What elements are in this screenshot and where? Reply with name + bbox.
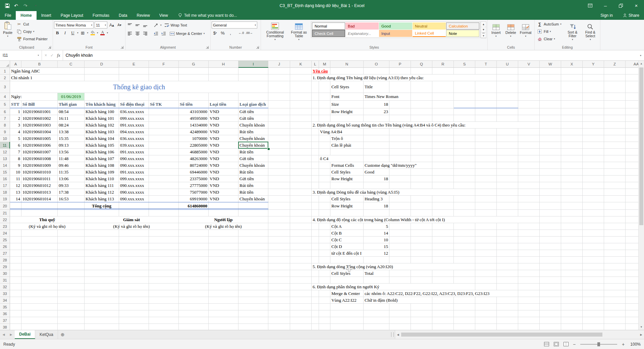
cell-G23[interactable]: (Ký và ghi rõ họ tên)	[179, 223, 268, 230]
cell-D9[interactable]: Khách hàng 103	[85, 129, 119, 135]
gallery-up-button[interactable]: ▲	[481, 22, 486, 27]
cell-H9[interactable]: VND	[209, 129, 238, 135]
zoom-out-button[interactable]: −	[572, 342, 577, 347]
redo-button[interactable]: ↷▾	[22, 1, 30, 10]
expand-formula-bar-button[interactable]: ▾	[637, 50, 644, 60]
cell-I9[interactable]: Rút tiền	[238, 129, 268, 135]
column-header-N[interactable]: N	[330, 61, 364, 68]
cell-N5[interactable]: Size	[330, 101, 363, 108]
gallery-more-button[interactable]: ▾	[481, 33, 486, 38]
row-header-31[interactable]: 31	[0, 277, 10, 284]
insert-function-button[interactable]: fx	[57, 53, 60, 58]
cell-G11[interactable]: 22805000	[179, 142, 208, 148]
cell-E9[interactable]: 094.xxx.xxxx	[119, 129, 149, 135]
horizontal-scrollbar[interactable]: ◀ ▶	[395, 330, 644, 339]
column-header-V[interactable]: V	[518, 61, 540, 68]
row-header-19[interactable]: 19	[0, 196, 10, 202]
scroll-left-icon[interactable]: ◀	[395, 333, 401, 336]
row-header-17[interactable]: 17	[0, 182, 10, 189]
cell-D11[interactable]: Khách hàng 105	[85, 142, 119, 148]
cell-C7[interactable]: 16:11	[58, 115, 84, 121]
cell-A15[interactable]: 10	[10, 169, 21, 175]
cell-A11[interactable]: 6	[10, 142, 21, 148]
ribbon-tab-page-layout[interactable]: Page Layout	[56, 11, 88, 20]
row-header-11[interactable]: 11	[0, 142, 10, 149]
save-button[interactable]	[3, 1, 11, 10]
cell-L2[interactable]: 1. Định dạng dòng Tên bảng dữ liệu (vùng…	[312, 74, 496, 81]
cell-O5[interactable]: 18	[364, 101, 389, 108]
cell-A12[interactable]: 7	[10, 149, 21, 155]
column-header-U[interactable]: U	[497, 61, 518, 68]
cell-A16[interactable]: 11	[10, 176, 21, 182]
cell-C17[interactable]: 09:33	[58, 182, 84, 189]
row-header-24[interactable]: 24	[0, 230, 10, 237]
style-chip-bad[interactable]: Bad	[345, 22, 379, 30]
cell-C15[interactable]: 11:35	[58, 169, 84, 175]
increase-decimal-button[interactable]: ←.0	[238, 30, 245, 36]
italic-button[interactable]: I	[62, 30, 68, 36]
cell-C16[interactable]: 13:06	[58, 176, 84, 182]
style-chip-normal[interactable]: Normal	[312, 22, 345, 30]
column-header-E[interactable]: E	[119, 61, 149, 68]
cell-C14[interactable]: 09:46	[58, 162, 84, 168]
clear-button[interactable]: Clear ▾	[536, 35, 564, 43]
row-header-30[interactable]: 30	[0, 270, 10, 277]
cell-B14[interactable]: 1020190601009	[21, 162, 57, 168]
row-header-13[interactable]: 13	[0, 155, 10, 162]
cell-G12[interactable]: 46885000	[179, 149, 208, 155]
cell-G16[interactable]: 23375000	[179, 176, 208, 182]
ribbon-tab-review[interactable]: Review	[132, 11, 154, 20]
cell-H15[interactable]: VND	[209, 169, 238, 175]
cell-L29[interactable]: 5. Định dạng dòng Tổng cộng (vùng A20:I2…	[312, 263, 475, 270]
delete-cells-button[interactable]: Delete ▾	[503, 20, 518, 38]
bottom-align-button[interactable]	[142, 22, 149, 29]
row-header-26[interactable]: 26	[0, 243, 10, 250]
cell-O24[interactable]: 14	[364, 230, 389, 236]
column-header-R[interactable]: R	[432, 61, 454, 68]
cell-C19[interactable]: 16:53	[58, 196, 84, 202]
row-header-2[interactable]: 2	[0, 74, 10, 81]
cell-O27[interactable]: 12	[364, 250, 389, 256]
borders-button[interactable]: ⊞	[79, 30, 86, 36]
find-select-button[interactable]: Find & Select ▾	[582, 20, 599, 41]
column-header-G[interactable]: G	[179, 61, 209, 68]
column-header-M[interactable]: M	[319, 61, 330, 68]
cell-C11[interactable]: 09:13	[58, 142, 84, 148]
cell-E11[interactable]: 039.xxx.xxxx	[119, 142, 149, 148]
accounting-format-button[interactable]: $▾	[212, 30, 218, 36]
column-header-Y[interactable]: Y	[583, 61, 604, 68]
scrollbar-splitter[interactable]	[391, 332, 394, 337]
scroll-up-icon[interactable]: ▲	[639, 61, 644, 66]
row-header-18[interactable]: 18	[0, 189, 10, 196]
cell-N33[interactable]: Merge & Center	[330, 290, 363, 297]
cell-O3[interactable]: Title	[364, 81, 389, 93]
cell-B6[interactable]: 1020190601001	[21, 108, 57, 115]
cell-C9[interactable]: 13:38	[58, 129, 84, 135]
cell-O6[interactable]: 23	[364, 108, 389, 115]
cell-N10[interactable]: Trộn ô	[330, 135, 363, 142]
cell-I13[interactable]: Gửi tiền	[238, 155, 268, 162]
cell-I15[interactable]: Rút tiền	[238, 169, 268, 175]
cell-A3[interactable]: Thống kê giao dịch	[10, 81, 268, 93]
cell-C10[interactable]: 15:35	[58, 135, 84, 142]
cell-A17[interactable]: 12	[10, 182, 21, 189]
cell-H19[interactable]: VND	[209, 196, 238, 202]
cell-O20[interactable]: 18	[364, 202, 389, 209]
cell-I6[interactable]: Gửi tiền	[238, 108, 268, 115]
row-header-36[interactable]: 36	[0, 310, 10, 317]
column-header-Z[interactable]: Z	[604, 61, 626, 68]
enter-button[interactable]: ✓	[50, 53, 54, 58]
ribbon-tab-data[interactable]: Data	[114, 11, 132, 20]
cell-G17[interactable]: 27775000	[179, 182, 208, 189]
column-header-I[interactable]: I	[238, 61, 268, 68]
zoom-slider[interactable]	[580, 344, 617, 345]
scroll-right-icon[interactable]: ▶	[638, 333, 644, 336]
row-header-22[interactable]: 22	[0, 216, 10, 223]
bold-button[interactable]: B	[54, 30, 61, 36]
row-header-4[interactable]: 4	[0, 93, 10, 101]
cell-B15[interactable]: 1020190601010	[21, 169, 57, 175]
tell-me-box[interactable]: Tell me what you want to do...	[178, 11, 237, 20]
cell-I12[interactable]: Rút tiền	[238, 149, 268, 155]
column-header-H[interactable]: H	[209, 61, 238, 68]
chevron-down-icon[interactable]: ▾	[160, 24, 162, 27]
